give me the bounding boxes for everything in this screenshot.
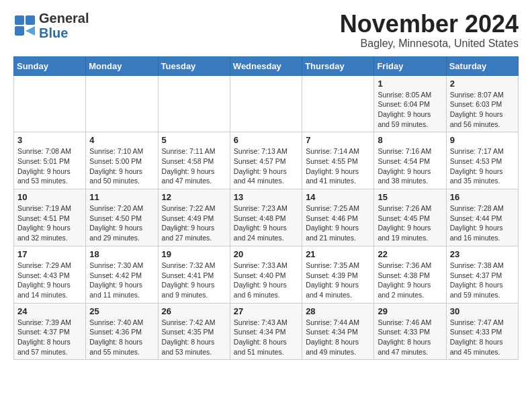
calendar-cell [14,75,86,132]
cell-info: Sunrise: 7:14 AM Sunset: 4:55 PM Dayligh… [306,146,370,186]
cell-info: Sunrise: 7:35 AM Sunset: 4:39 PM Dayligh… [306,261,370,300]
cell-day-number: 28 [306,306,370,316]
cell-day-number: 2 [450,79,515,89]
svg-marker-3 [26,26,35,36]
cell-day-number: 26 [162,306,226,316]
page-subtitle: Bagley, Minnesota, United States [340,38,519,50]
cell-day-number: 27 [234,306,298,316]
cell-day-number: 7 [306,135,370,145]
cell-info: Sunrise: 7:20 AM Sunset: 4:50 PM Dayligh… [89,203,154,243]
calendar-cell: 20Sunrise: 7:33 AM Sunset: 4:40 PM Dayli… [230,246,302,303]
cell-day-number: 9 [450,135,515,145]
calendar-cell: 8Sunrise: 7:16 AM Sunset: 4:54 PM Daylig… [374,132,446,189]
cell-info: Sunrise: 7:40 AM Sunset: 4:36 PM Dayligh… [89,318,154,357]
cell-info: Sunrise: 7:47 AM Sunset: 4:33 PM Dayligh… [450,318,515,357]
cell-info: Sunrise: 8:07 AM Sunset: 6:03 PM Dayligh… [450,90,515,130]
logo-icon [13,14,36,37]
calendar-cell: 10Sunrise: 7:19 AM Sunset: 4:51 PM Dayli… [14,189,86,246]
cell-info: Sunrise: 7:42 AM Sunset: 4:35 PM Dayligh… [162,318,226,357]
cell-day-number: 6 [234,135,298,145]
calendar-cell [302,75,374,132]
cell-day-number: 14 [306,192,370,202]
calendar-cell: 1Sunrise: 8:05 AM Sunset: 6:04 PM Daylig… [374,75,446,132]
cell-info: Sunrise: 7:46 AM Sunset: 4:33 PM Dayligh… [378,318,442,357]
calendar-cell: 2Sunrise: 8:07 AM Sunset: 6:03 PM Daylig… [446,75,518,132]
calendar-cell: 22Sunrise: 7:36 AM Sunset: 4:38 PM Dayli… [374,246,446,303]
cell-day-number: 24 [17,306,82,316]
cell-day-number: 21 [306,249,370,259]
cell-info: Sunrise: 7:10 AM Sunset: 5:00 PM Dayligh… [89,146,154,186]
cell-info: Sunrise: 7:26 AM Sunset: 4:45 PM Dayligh… [378,203,442,243]
calendar-table: SundayMondayTuesdayWednesdayThursdayFrid… [13,56,519,361]
cell-day-number: 22 [378,249,442,259]
cell-day-number: 12 [162,192,226,202]
header: General Blue November 2024 Bagley, Minne… [13,11,519,50]
cell-day-number: 5 [162,135,226,145]
svg-rect-1 [26,15,35,25]
cell-day-number: 17 [17,249,82,259]
logo-text-general: General [39,11,89,26]
cell-info: Sunrise: 7:23 AM Sunset: 4:48 PM Dayligh… [234,203,298,243]
cell-info: Sunrise: 7:43 AM Sunset: 4:34 PM Dayligh… [234,318,298,357]
calendar-cell: 24Sunrise: 7:39 AM Sunset: 4:37 PM Dayli… [14,303,86,360]
calendar-cell: 25Sunrise: 7:40 AM Sunset: 4:36 PM Dayli… [86,303,158,360]
calendar-cell: 14Sunrise: 7:25 AM Sunset: 4:46 PM Dayli… [302,189,374,246]
cell-day-number: 13 [234,192,298,202]
cell-info: Sunrise: 7:08 AM Sunset: 5:01 PM Dayligh… [17,146,82,186]
cell-day-number: 4 [89,135,154,145]
day-header-friday: Friday [374,56,446,75]
cell-info: Sunrise: 7:33 AM Sunset: 4:40 PM Dayligh… [234,261,298,300]
day-header-thursday: Thursday [302,56,374,75]
calendar-cell [158,75,230,132]
cell-day-number: 29 [378,306,442,316]
calendar-cell: 26Sunrise: 7:42 AM Sunset: 4:35 PM Dayli… [158,303,230,360]
cell-day-number: 10 [17,192,82,202]
cell-info: Sunrise: 7:38 AM Sunset: 4:37 PM Dayligh… [450,261,515,300]
cell-info: Sunrise: 7:44 AM Sunset: 4:34 PM Dayligh… [306,318,370,357]
svg-rect-2 [15,26,24,36]
cell-day-number: 11 [89,192,154,202]
calendar-cell [86,75,158,132]
cell-info: Sunrise: 7:28 AM Sunset: 4:44 PM Dayligh… [450,203,515,243]
cell-day-number: 3 [17,135,82,145]
calendar-cell: 18Sunrise: 7:30 AM Sunset: 4:42 PM Dayli… [86,246,158,303]
calendar-cell: 3Sunrise: 7:08 AM Sunset: 5:01 PM Daylig… [14,132,86,189]
cell-info: Sunrise: 7:39 AM Sunset: 4:37 PM Dayligh… [17,318,82,357]
cell-info: Sunrise: 7:30 AM Sunset: 4:42 PM Dayligh… [89,261,154,300]
day-header-tuesday: Tuesday [158,56,230,75]
cell-info: Sunrise: 7:32 AM Sunset: 4:41 PM Dayligh… [162,261,226,300]
calendar-cell: 6Sunrise: 7:13 AM Sunset: 4:57 PM Daylig… [230,132,302,189]
calendar-cell: 21Sunrise: 7:35 AM Sunset: 4:39 PM Dayli… [302,246,374,303]
calendar-cell: 9Sunrise: 7:17 AM Sunset: 4:53 PM Daylig… [446,132,518,189]
cell-day-number: 15 [378,192,442,202]
cell-info: Sunrise: 7:17 AM Sunset: 4:53 PM Dayligh… [450,146,515,186]
cell-info: Sunrise: 7:29 AM Sunset: 4:43 PM Dayligh… [17,261,82,300]
cell-info: Sunrise: 7:19 AM Sunset: 4:51 PM Dayligh… [17,203,82,243]
day-header-wednesday: Wednesday [230,56,302,75]
cell-day-number: 25 [89,306,154,316]
cell-info: Sunrise: 7:16 AM Sunset: 4:54 PM Dayligh… [378,146,442,186]
cell-day-number: 16 [450,192,515,202]
calendar-cell: 4Sunrise: 7:10 AM Sunset: 5:00 PM Daylig… [86,132,158,189]
page-title: November 2024 [340,11,519,38]
day-header-sunday: Sunday [14,56,86,75]
cell-info: Sunrise: 7:25 AM Sunset: 4:46 PM Dayligh… [306,203,370,243]
title-section: November 2024 Bagley, Minnesota, United … [340,11,519,50]
cell-day-number: 19 [162,249,226,259]
calendar-cell [230,75,302,132]
cell-info: Sunrise: 7:36 AM Sunset: 4:38 PM Dayligh… [378,261,442,300]
cell-day-number: 23 [450,249,515,259]
calendar-cell: 15Sunrise: 7:26 AM Sunset: 4:45 PM Dayli… [374,189,446,246]
cell-day-number: 8 [378,135,442,145]
calendar-cell: 19Sunrise: 7:32 AM Sunset: 4:41 PM Dayli… [158,246,230,303]
cell-info: Sunrise: 7:11 AM Sunset: 4:58 PM Dayligh… [162,146,226,186]
calendar-cell: 17Sunrise: 7:29 AM Sunset: 4:43 PM Dayli… [14,246,86,303]
calendar-cell: 27Sunrise: 7:43 AM Sunset: 4:34 PM Dayli… [230,303,302,360]
calendar-cell: 11Sunrise: 7:20 AM Sunset: 4:50 PM Dayli… [86,189,158,246]
cell-day-number: 30 [450,306,515,316]
svg-rect-0 [15,15,24,25]
calendar-cell: 12Sunrise: 7:22 AM Sunset: 4:49 PM Dayli… [158,189,230,246]
day-header-monday: Monday [86,56,158,75]
calendar-cell: 28Sunrise: 7:44 AM Sunset: 4:34 PM Dayli… [302,303,374,360]
calendar-cell: 16Sunrise: 7:28 AM Sunset: 4:44 PM Dayli… [446,189,518,246]
